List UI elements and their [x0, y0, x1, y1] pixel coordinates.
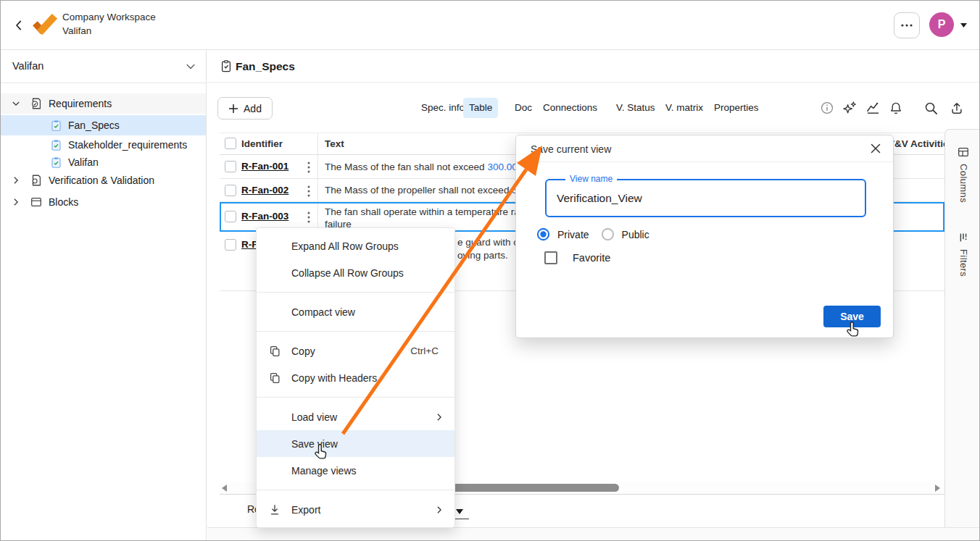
tab-v-status[interactable]: V. Status [610, 98, 661, 118]
menu-item-manage-views[interactable]: Manage views [257, 457, 454, 484]
radio-private-label[interactable]: Private [557, 229, 589, 240]
sidebar-item-valifan[interactable]: Valifan [1, 152, 206, 172]
user-menu-caret-icon[interactable] [960, 23, 967, 28]
menu-item-copy[interactable]: Copy Ctrl+C [257, 337, 454, 364]
favorite-checkbox[interactable] [544, 251, 557, 264]
spec-clipboard-icon [50, 139, 62, 151]
radio-public-label[interactable]: Public [622, 229, 649, 240]
requirement-link[interactable]: R-Fan-003 [241, 211, 288, 222]
tab-v-matrix[interactable]: V. matrix [660, 98, 709, 118]
avatar[interactable]: P [929, 12, 954, 37]
menu-item-label: Copy with Headers [291, 372, 377, 384]
requirement-text: The Mass of the propeller shall not exce… [325, 185, 526, 196]
menu-divider [257, 292, 454, 293]
download-icon [268, 503, 281, 516]
row-menu-kebab-icon[interactable] [304, 211, 315, 224]
menu-item-expand-all[interactable]: Expand All Row Groups [257, 232, 454, 259]
filters-panel-label: Filters [958, 249, 969, 277]
visibility-radio-group: Private Public [536, 227, 649, 241]
project-selector[interactable]: Valifan [1, 50, 206, 83]
scroll-right-icon[interactable] [934, 485, 941, 492]
ai-sparkles-icon[interactable] [842, 100, 858, 116]
menu-item-label: Load view [291, 411, 337, 423]
select-all-checkbox[interactable] [225, 138, 236, 149]
sidebar-item-requirements[interactable]: Requirements [1, 93, 206, 114]
menu-item-label: Copy [291, 345, 315, 357]
page-title: Fan_Specs [236, 60, 295, 73]
row-menu-kebab-icon[interactable] [304, 185, 315, 198]
chevron-down-icon [11, 98, 21, 109]
menu-item-export[interactable]: Export [257, 496, 454, 523]
filters-panel-button[interactable]: Filters [945, 231, 980, 277]
row-checkbox[interactable] [225, 211, 236, 222]
valispace-logo-icon[interactable] [31, 12, 57, 37]
ellipsis-icon [900, 23, 913, 28]
view-name-input[interactable] [548, 182, 863, 214]
tab-connections[interactable]: Connections [537, 98, 603, 118]
add-button[interactable]: Add [217, 97, 273, 119]
export-upload-icon[interactable] [949, 100, 965, 116]
requirement-link[interactable]: R-Fan-002 [241, 185, 288, 196]
hand-cursor-icon [314, 444, 328, 461]
menu-item-copy-with-headers[interactable]: Copy with Headers [257, 364, 454, 391]
notifications-bell-icon[interactable] [888, 100, 904, 116]
view-name-fieldset: View name [545, 179, 866, 217]
copy-icon [268, 345, 281, 358]
back-icon[interactable] [12, 18, 25, 33]
radio-private-checked[interactable] [536, 227, 550, 241]
tab-table[interactable]: Table [463, 98, 498, 118]
workspace-name: Valifan [62, 25, 91, 36]
sidebar-item-label: Fan_Specs [68, 119, 120, 131]
table-grid-icon [957, 146, 970, 159]
row-checkbox[interactable] [225, 185, 236, 196]
tab-spec-info[interactable]: Spec. info [415, 98, 470, 118]
scroll-left-icon[interactable] [221, 485, 228, 492]
spec-clipboard-icon [50, 119, 62, 132]
sidebar-item-label: Stakeholder_requirements [68, 139, 187, 151]
sidebar-item-label: Verification & Validation [49, 175, 154, 186]
row-checkbox[interactable] [225, 239, 236, 251]
column-header-text[interactable]: Text [325, 138, 344, 149]
column-divider[interactable] [317, 133, 318, 154]
favorite-label[interactable]: Favorite [573, 252, 610, 264]
menu-item-collapse-all[interactable]: Collapse All Row Groups [257, 259, 454, 286]
columns-panel-button[interactable]: Columns [945, 146, 980, 203]
menu-item-compact-view[interactable]: Compact view [257, 298, 454, 325]
bottom-strip [207, 527, 980, 541]
analytics-chart-icon[interactable] [865, 100, 881, 116]
radio-public-unchecked[interactable] [601, 227, 615, 241]
menu-divider [257, 490, 454, 490]
add-button-label: Add [244, 103, 262, 114]
sidebar-item-label: Valifan [68, 156, 99, 168]
verification-doc-icon [30, 174, 43, 187]
sidebar-item-verification-validation[interactable]: Verification & Validation [1, 170, 206, 190]
menu-item-save-view[interactable]: Save view [257, 430, 454, 457]
sidebar-item-blocks[interactable]: Blocks [1, 192, 206, 212]
requirement-link[interactable]: R-Fan-001 [241, 161, 288, 172]
column-header-identifier[interactable]: Identifier [241, 138, 283, 149]
table-context-menu: Expand All Row Groups Collapse All Row G… [256, 227, 455, 528]
text-value[interactable]: 300.00 [487, 162, 517, 172]
blocks-icon [30, 196, 43, 209]
menu-item-label: Manage views [291, 465, 357, 477]
app-window: Company Workspace Valifan P Valifan [0, 0, 980, 541]
requirement-text-line1: The fan shall operate within a temperatu… [325, 206, 525, 217]
right-side-panel: Columns Filters [944, 129, 980, 527]
column-divider [317, 202, 318, 231]
sidebar-item-fan-specs[interactable]: Fan_Specs [1, 115, 206, 135]
tab-properties[interactable]: Properties [708, 98, 765, 118]
search-icon[interactable] [923, 100, 939, 116]
caret-down-icon [456, 509, 463, 514]
row-checkbox[interactable] [225, 161, 236, 172]
close-icon[interactable] [870, 143, 883, 156]
info-icon[interactable] [819, 100, 835, 116]
column-header-vv-activities[interactable]: V&V Activities [888, 138, 944, 149]
menu-divider [257, 397, 454, 398]
menu-item-label: Compact view [291, 306, 355, 318]
row-menu-kebab-icon[interactable] [304, 161, 315, 174]
top-bar: Company Workspace Valifan P [1, 1, 980, 50]
tab-doc[interactable]: Doc [509, 98, 538, 118]
clipboard-check-icon [220, 59, 233, 73]
more-options-button[interactable] [894, 12, 920, 38]
menu-item-load-view[interactable]: Load view [257, 403, 454, 430]
